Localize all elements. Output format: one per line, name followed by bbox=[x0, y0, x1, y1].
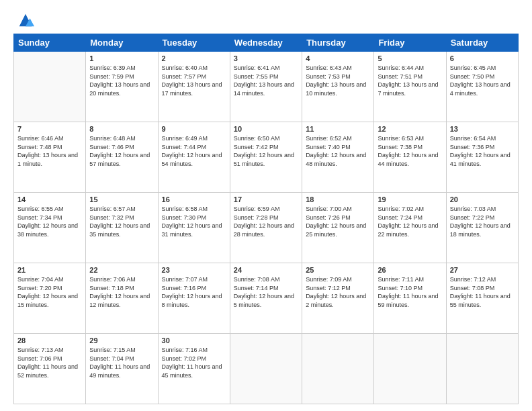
day-number: 29 bbox=[89, 336, 154, 345]
day-info: Sunrise: 6:48 AM Sunset: 7:46 PM Dayligh… bbox=[89, 134, 154, 168]
calendar-cell: 15Sunrise: 6:57 AM Sunset: 7:32 PM Dayli… bbox=[86, 193, 158, 263]
day-number: 8 bbox=[89, 125, 154, 133]
calendar-cell: 4Sunrise: 6:43 AM Sunset: 7:53 PM Daylig… bbox=[302, 52, 374, 122]
day-number: 15 bbox=[89, 195, 154, 203]
calendar-cell: 10Sunrise: 6:50 AM Sunset: 7:42 PM Dayli… bbox=[230, 122, 302, 193]
week-row-1: 7Sunrise: 6:46 AM Sunset: 7:48 PM Daylig… bbox=[14, 122, 519, 193]
calendar-cell: 8Sunrise: 6:48 AM Sunset: 7:46 PM Daylig… bbox=[86, 122, 158, 193]
day-number: 28 bbox=[17, 336, 82, 345]
day-number: 30 bbox=[162, 336, 226, 345]
calendar-cell: 17Sunrise: 6:59 AM Sunset: 7:28 PM Dayli… bbox=[230, 193, 302, 263]
day-info: Sunrise: 6:40 AM Sunset: 7:57 PM Dayligh… bbox=[162, 64, 226, 97]
calendar-cell: 14Sunrise: 6:55 AM Sunset: 7:34 PM Dayli… bbox=[14, 193, 86, 263]
calendar-cell: 3Sunrise: 6:41 AM Sunset: 7:55 PM Daylig… bbox=[230, 52, 302, 122]
day-info: Sunrise: 7:09 AM Sunset: 7:12 PM Dayligh… bbox=[306, 275, 370, 309]
day-info: Sunrise: 6:53 AM Sunset: 7:38 PM Dayligh… bbox=[378, 134, 442, 168]
weekday-header-saturday: Saturday bbox=[446, 34, 518, 52]
calendar-cell: 26Sunrise: 7:11 AM Sunset: 7:10 PM Dayli… bbox=[374, 263, 446, 334]
calendar-cell: 6Sunrise: 6:45 AM Sunset: 7:50 PM Daylig… bbox=[446, 52, 518, 122]
logo-icon bbox=[16, 11, 35, 30]
calendar-cell: 13Sunrise: 6:54 AM Sunset: 7:36 PM Dayli… bbox=[446, 122, 518, 193]
day-info: Sunrise: 6:55 AM Sunset: 7:34 PM Dayligh… bbox=[17, 205, 82, 238]
day-number: 25 bbox=[306, 266, 370, 274]
day-info: Sunrise: 7:02 AM Sunset: 7:24 PM Dayligh… bbox=[378, 205, 442, 238]
week-row-4: 28Sunrise: 7:13 AM Sunset: 7:06 PM Dayli… bbox=[14, 334, 519, 404]
day-info: Sunrise: 6:59 AM Sunset: 7:28 PM Dayligh… bbox=[234, 205, 298, 238]
day-info: Sunrise: 7:04 AM Sunset: 7:20 PM Dayligh… bbox=[17, 275, 82, 309]
day-info: Sunrise: 7:16 AM Sunset: 7:02 PM Dayligh… bbox=[162, 346, 226, 379]
calendar-cell: 16Sunrise: 6:58 AM Sunset: 7:30 PM Dayli… bbox=[158, 193, 230, 263]
day-number: 27 bbox=[450, 266, 515, 274]
day-number: 14 bbox=[17, 195, 82, 203]
day-number: 13 bbox=[450, 125, 515, 133]
day-number: 22 bbox=[89, 266, 154, 274]
day-number: 7 bbox=[17, 125, 82, 133]
day-number: 18 bbox=[306, 195, 370, 203]
calendar-cell: 9Sunrise: 6:49 AM Sunset: 7:44 PM Daylig… bbox=[158, 122, 230, 193]
day-number: 1 bbox=[89, 54, 154, 62]
day-info: Sunrise: 7:07 AM Sunset: 7:16 PM Dayligh… bbox=[162, 275, 226, 309]
day-number: 12 bbox=[378, 125, 442, 133]
calendar-cell bbox=[374, 334, 446, 404]
calendar-cell: 24Sunrise: 7:08 AM Sunset: 7:14 PM Dayli… bbox=[230, 263, 302, 334]
day-info: Sunrise: 6:54 AM Sunset: 7:36 PM Dayligh… bbox=[450, 134, 515, 168]
day-number: 19 bbox=[378, 195, 442, 203]
header bbox=[13, 11, 519, 30]
calendar: SundayMondayTuesdayWednesdayThursdayFrid… bbox=[13, 34, 519, 404]
calendar-cell: 12Sunrise: 6:53 AM Sunset: 7:38 PM Dayli… bbox=[374, 122, 446, 193]
weekday-header-row: SundayMondayTuesdayWednesdayThursdayFrid… bbox=[14, 34, 519, 52]
page: SundayMondayTuesdayWednesdayThursdayFrid… bbox=[0, 0, 532, 411]
calendar-cell: 30Sunrise: 7:16 AM Sunset: 7:02 PM Dayli… bbox=[158, 334, 230, 404]
day-number: 5 bbox=[378, 54, 442, 62]
day-number: 23 bbox=[162, 266, 226, 274]
day-info: Sunrise: 6:46 AM Sunset: 7:48 PM Dayligh… bbox=[17, 134, 82, 168]
weekday-header-friday: Friday bbox=[374, 34, 446, 52]
day-number: 11 bbox=[306, 125, 370, 133]
day-info: Sunrise: 7:13 AM Sunset: 7:06 PM Dayligh… bbox=[17, 346, 82, 379]
week-row-0: 1Sunrise: 6:39 AM Sunset: 7:59 PM Daylig… bbox=[14, 52, 519, 122]
day-info: Sunrise: 7:15 AM Sunset: 7:04 PM Dayligh… bbox=[89, 346, 154, 379]
day-number: 2 bbox=[162, 54, 226, 62]
day-info: Sunrise: 7:11 AM Sunset: 7:10 PM Dayligh… bbox=[378, 275, 442, 309]
day-info: Sunrise: 7:12 AM Sunset: 7:08 PM Dayligh… bbox=[450, 275, 515, 309]
calendar-cell: 22Sunrise: 7:06 AM Sunset: 7:18 PM Dayli… bbox=[86, 263, 158, 334]
day-number: 10 bbox=[234, 125, 298, 133]
day-info: Sunrise: 7:03 AM Sunset: 7:22 PM Dayligh… bbox=[450, 205, 515, 238]
calendar-cell: 27Sunrise: 7:12 AM Sunset: 7:08 PM Dayli… bbox=[446, 263, 518, 334]
calendar-cell: 29Sunrise: 7:15 AM Sunset: 7:04 PM Dayli… bbox=[86, 334, 158, 404]
calendar-cell bbox=[230, 334, 302, 404]
day-number: 9 bbox=[162, 125, 226, 133]
day-info: Sunrise: 7:08 AM Sunset: 7:14 PM Dayligh… bbox=[234, 275, 298, 309]
day-info: Sunrise: 6:57 AM Sunset: 7:32 PM Dayligh… bbox=[89, 205, 154, 238]
weekday-header-sunday: Sunday bbox=[14, 34, 86, 52]
day-info: Sunrise: 6:39 AM Sunset: 7:59 PM Dayligh… bbox=[89, 64, 154, 97]
day-number: 4 bbox=[306, 54, 370, 62]
calendar-cell: 21Sunrise: 7:04 AM Sunset: 7:20 PM Dayli… bbox=[14, 263, 86, 334]
week-row-3: 21Sunrise: 7:04 AM Sunset: 7:20 PM Dayli… bbox=[14, 263, 519, 334]
calendar-cell: 5Sunrise: 6:44 AM Sunset: 7:51 PM Daylig… bbox=[374, 52, 446, 122]
calendar-cell: 18Sunrise: 7:00 AM Sunset: 7:26 PM Dayli… bbox=[302, 193, 374, 263]
calendar-cell: 23Sunrise: 7:07 AM Sunset: 7:16 PM Dayli… bbox=[158, 263, 230, 334]
calendar-cell: 28Sunrise: 7:13 AM Sunset: 7:06 PM Dayli… bbox=[14, 334, 86, 404]
weekday-header-monday: Monday bbox=[86, 34, 158, 52]
day-number: 20 bbox=[450, 195, 515, 203]
day-number: 3 bbox=[234, 54, 298, 62]
day-number: 17 bbox=[234, 195, 298, 203]
calendar-cell: 11Sunrise: 6:52 AM Sunset: 7:40 PM Dayli… bbox=[302, 122, 374, 193]
day-number: 16 bbox=[162, 195, 226, 203]
day-info: Sunrise: 6:52 AM Sunset: 7:40 PM Dayligh… bbox=[306, 134, 370, 168]
week-row-2: 14Sunrise: 6:55 AM Sunset: 7:34 PM Dayli… bbox=[14, 193, 519, 263]
logo bbox=[13, 11, 35, 30]
weekday-header-wednesday: Wednesday bbox=[230, 34, 302, 52]
calendar-cell bbox=[302, 334, 374, 404]
calendar-cell bbox=[14, 52, 86, 122]
day-info: Sunrise: 6:58 AM Sunset: 7:30 PM Dayligh… bbox=[162, 205, 226, 238]
weekday-header-tuesday: Tuesday bbox=[158, 34, 230, 52]
day-info: Sunrise: 7:06 AM Sunset: 7:18 PM Dayligh… bbox=[89, 275, 154, 309]
day-number: 21 bbox=[17, 266, 82, 274]
calendar-cell: 7Sunrise: 6:46 AM Sunset: 7:48 PM Daylig… bbox=[14, 122, 86, 193]
day-info: Sunrise: 6:43 AM Sunset: 7:53 PM Dayligh… bbox=[306, 64, 370, 97]
calendar-cell: 25Sunrise: 7:09 AM Sunset: 7:12 PM Dayli… bbox=[302, 263, 374, 334]
weekday-header-thursday: Thursday bbox=[302, 34, 374, 52]
day-number: 6 bbox=[450, 54, 515, 62]
